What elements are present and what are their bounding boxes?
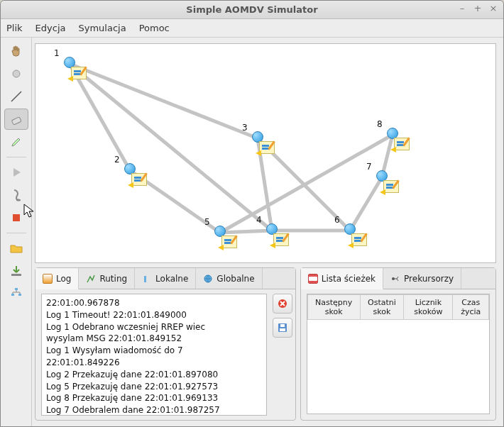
svg-line-9: [70, 64, 130, 170]
menubar: Plik Edycja Symulacja Pomoc: [1, 19, 503, 38]
titlebar: Simple AOMDV Simulator – + ×: [1, 1, 503, 19]
app-window: Simple AOMDV Simulator – + × Plik Edycja…: [0, 0, 504, 427]
tool-network[interactable]: [4, 283, 28, 304]
menu-simulation[interactable]: Symulacja: [78, 23, 126, 33]
svg-rect-4: [13, 214, 20, 221]
svg-line-17: [220, 135, 393, 233]
svg-point-25: [392, 277, 395, 280]
minimize-button[interactable]: –: [456, 4, 468, 15]
svg-line-10: [70, 64, 258, 138]
log-clear-button[interactable]: [273, 294, 292, 314]
close-button[interactable]: ×: [488, 4, 499, 15]
svg-rect-6: [15, 288, 18, 290]
svg-rect-8: [18, 294, 21, 296]
svg-point-3: [16, 199, 21, 201]
menu-help[interactable]: Pomoc: [139, 23, 170, 33]
log-line: Log 1 Wysyłam wiadomość do 7: [46, 345, 262, 357]
tab-globalne[interactable]: Globalne: [196, 268, 262, 289]
log-line: Log 7 Odebralem dane 22:01:01.987257: [46, 404, 262, 416]
svg-point-0: [13, 70, 20, 77]
tool-stop[interactable]: [4, 207, 28, 228]
tool-eraser[interactable]: [4, 109, 28, 130]
log-line: wysylam MSG 22:01:01.849152: [46, 333, 262, 345]
paths-table[interactable]: Następny skok Ostatni skok Licznik skokó…: [307, 294, 490, 414]
menu-edit[interactable]: Edycja: [35, 23, 66, 33]
menu-file[interactable]: Plik: [6, 23, 23, 33]
svg-rect-2: [11, 117, 21, 125]
svg-rect-23: [280, 324, 285, 327]
tab-ruting[interactable]: Ruting: [79, 268, 135, 289]
right-panel: Lista ścieżek Prekursorzy Następny skok …: [300, 267, 496, 421]
tool-step[interactable]: [4, 184, 28, 206]
tool-node[interactable]: [4, 63, 28, 84]
log-line: 22:01:01.849226: [46, 357, 262, 369]
log-line: Log 1 Odebrano wczesniej RREP wiec: [46, 321, 262, 333]
svg-rect-5: [11, 274, 21, 276]
tool-brush[interactable]: [4, 131, 28, 152]
tool-play[interactable]: [4, 162, 28, 183]
tool-open[interactable]: [4, 238, 28, 259]
log-line: Log 8 Przekazuję dane 22:01:01.969133: [46, 392, 262, 404]
svg-rect-24: [280, 328, 285, 331]
maximize-button[interactable]: +: [472, 4, 483, 15]
log-textarea[interactable]: 22:01:00.967878Log 1 Timeout! 22:01:01.8…: [41, 294, 267, 416]
svg-rect-7: [11, 294, 14, 296]
tab-log[interactable]: Log: [35, 268, 79, 289]
log-line: Log 1 Timeout! 22:01:01.849000: [46, 309, 262, 321]
tab-precursors[interactable]: Prekursorzy: [383, 268, 461, 289]
left-panel: Log Ruting Lokalne Globalne 22:01:00.967…: [35, 267, 296, 421]
svg-line-15: [220, 231, 272, 233]
log-line: Log 5 Przekazuję dane 22:01:01.927573: [46, 381, 262, 393]
log-line: 22:01:00.967878: [46, 297, 262, 309]
svg-line-1: [11, 92, 21, 101]
col-last-hop[interactable]: Ostatni skok: [360, 295, 404, 320]
svg-line-11: [70, 64, 272, 231]
vertical-toolbar: [1, 38, 32, 426]
tool-hand[interactable]: [4, 40, 28, 62]
window-title: Simple AOMDV Simulator: [186, 4, 317, 15]
svg-line-18: [350, 177, 382, 231]
tool-save[interactable]: [4, 260, 28, 282]
tool-line[interactable]: [4, 86, 28, 107]
log-line: Log 2 Przekazuję dane 22:01:01.897080: [46, 369, 262, 381]
col-hop-count[interactable]: Licznik skoków: [404, 295, 453, 320]
tab-lokalne[interactable]: Lokalne: [135, 268, 196, 289]
col-next-hop[interactable]: Następny skok: [307, 295, 360, 320]
log-save-button[interactable]: [273, 318, 292, 338]
graph-canvas[interactable]: 12345678: [35, 43, 496, 263]
tab-paths[interactable]: Lista ścieżek: [301, 268, 383, 289]
col-ttl[interactable]: Czas życia: [453, 295, 489, 320]
